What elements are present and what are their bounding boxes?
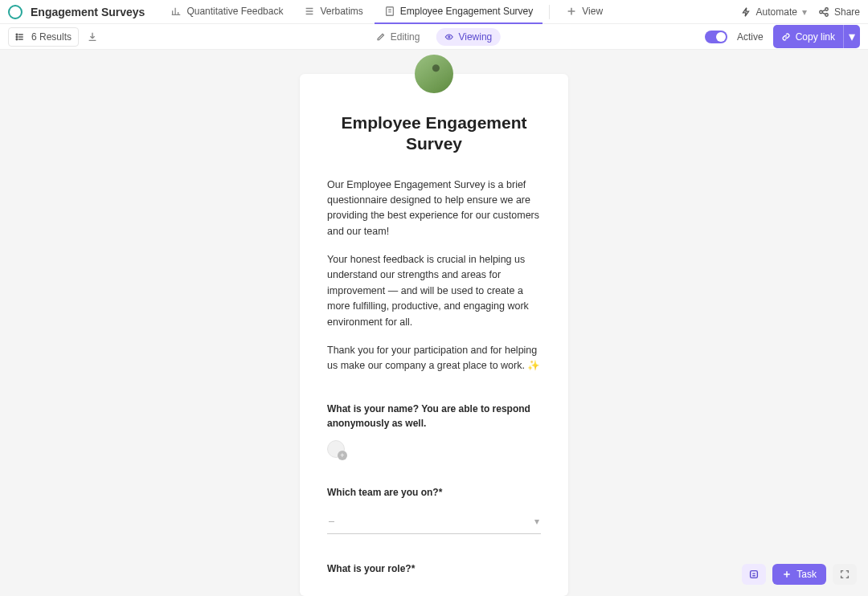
viewing-label: Viewing bbox=[458, 31, 492, 43]
svg-point-1 bbox=[820, 10, 823, 14]
svg-point-6 bbox=[16, 39, 18, 40]
tab-quantitative-feedback[interactable]: Quantitative Feedback bbox=[161, 0, 293, 24]
plus-icon bbox=[566, 6, 577, 17]
question-label: What is your name? You are able to respo… bbox=[327, 402, 541, 431]
tab-label: Quantitative Feedback bbox=[186, 6, 283, 17]
bolt-icon bbox=[740, 6, 751, 18]
intro-paragraph: Thank you for your participation and for… bbox=[327, 343, 541, 374]
eye-icon bbox=[444, 32, 453, 42]
chevron-down-icon: ▾ bbox=[849, 30, 855, 43]
workspace-icon[interactable] bbox=[8, 5, 23, 19]
assignee-picker[interactable] bbox=[327, 440, 345, 458]
floating-actions: Task bbox=[742, 564, 857, 585]
question-team: Which team are you on?* – ▾ bbox=[327, 485, 541, 534]
viewing-mode-button[interactable]: Viewing bbox=[436, 28, 500, 46]
divider bbox=[549, 5, 550, 19]
svg-point-5 bbox=[16, 36, 18, 38]
role-select[interactable]: – ▾ bbox=[327, 587, 541, 596]
task-label: Task bbox=[796, 569, 817, 580]
list-icon bbox=[304, 6, 315, 17]
download-button[interactable] bbox=[87, 31, 98, 43]
share-button[interactable]: Share bbox=[818, 6, 860, 18]
active-toggle[interactable] bbox=[705, 31, 727, 43]
copy-link-group: Copy link ▾ bbox=[773, 25, 860, 48]
form-toolbar: 6 Results Editing Viewing Active bbox=[0, 24, 868, 50]
form-card: Employee Engagement Survey Our Employee … bbox=[300, 74, 568, 596]
svg-rect-0 bbox=[386, 6, 393, 15]
link-icon bbox=[781, 32, 791, 42]
chevron-down-icon: ▾ bbox=[802, 6, 807, 18]
form-icon bbox=[384, 6, 395, 17]
question-role: What is your role?* – ▾ bbox=[327, 561, 541, 596]
expand-fab[interactable] bbox=[833, 564, 857, 585]
svg-point-2 bbox=[825, 7, 829, 10]
automate-label: Automate bbox=[756, 6, 797, 18]
editing-label: Editing bbox=[391, 31, 420, 43]
tab-verbatims[interactable]: Verbatims bbox=[294, 0, 372, 24]
question-label: What is your role?* bbox=[327, 561, 541, 576]
top-bar: Engagement Surveys Quantitative Feedback… bbox=[0, 0, 868, 24]
copy-link-button[interactable]: Copy link bbox=[773, 25, 843, 48]
share-icon bbox=[818, 6, 829, 18]
share-label: Share bbox=[834, 6, 860, 18]
results-label: 6 Results bbox=[31, 31, 72, 43]
tab-label: Employee Engagement Survey bbox=[400, 6, 533, 17]
team-select[interactable]: – ▾ bbox=[327, 511, 541, 534]
results-button[interactable]: 6 Results bbox=[8, 27, 79, 47]
chevron-down-icon: ▾ bbox=[534, 592, 539, 596]
expand-icon bbox=[839, 569, 850, 580]
select-placeholder: – bbox=[329, 592, 334, 596]
view-tabs: Quantitative Feedback Verbatims Employee… bbox=[161, 0, 612, 24]
chevron-down-icon: ▾ bbox=[534, 516, 539, 527]
breadcrumb-title[interactable]: Engagement Surveys bbox=[31, 6, 145, 18]
mode-toggle-group: Editing Viewing bbox=[368, 28, 501, 46]
bar-chart-icon bbox=[170, 6, 182, 17]
new-task-fab[interactable]: Task bbox=[772, 564, 826, 585]
pencil-icon bbox=[376, 32, 386, 42]
question-name: What is your name? You are able to respo… bbox=[327, 402, 541, 458]
form-canvas[interactable]: Employee Engagement Survey Our Employee … bbox=[0, 50, 868, 596]
active-label: Active bbox=[737, 31, 764, 43]
tab-label: Verbatims bbox=[320, 6, 362, 17]
list-bullets-icon bbox=[15, 32, 25, 42]
question-label: Which team are you on?* bbox=[327, 485, 541, 500]
svg-rect-8 bbox=[751, 571, 758, 578]
note-icon bbox=[748, 569, 760, 580]
automate-button[interactable]: Automate ▾ bbox=[740, 6, 807, 18]
copy-link-dropdown[interactable]: ▾ bbox=[843, 25, 860, 48]
form-title: Employee Engagement Survey bbox=[327, 112, 541, 155]
svg-point-3 bbox=[825, 13, 829, 16]
intro-paragraph: Our Employee Engagement Survey is a brie… bbox=[327, 178, 541, 240]
copy-link-label: Copy link bbox=[796, 31, 835, 43]
form-cover-image bbox=[415, 55, 453, 93]
top-right-controls: Automate ▾ Share bbox=[740, 6, 860, 18]
form-intro: Our Employee Engagement Survey is a brie… bbox=[327, 178, 541, 374]
plus-icon bbox=[782, 569, 792, 579]
add-view-button[interactable]: View bbox=[556, 0, 612, 24]
intro-paragraph: Your honest feedback is crucial in helpi… bbox=[327, 252, 541, 330]
note-fab[interactable] bbox=[742, 564, 766, 585]
svg-point-7 bbox=[448, 35, 449, 37]
select-placeholder: – bbox=[329, 516, 334, 527]
add-view-label: View bbox=[582, 6, 603, 17]
editing-mode-button[interactable]: Editing bbox=[368, 28, 428, 46]
svg-point-4 bbox=[16, 34, 18, 35]
tab-employee-engagement-survey[interactable]: Employee Engagement Survey bbox=[375, 0, 542, 24]
